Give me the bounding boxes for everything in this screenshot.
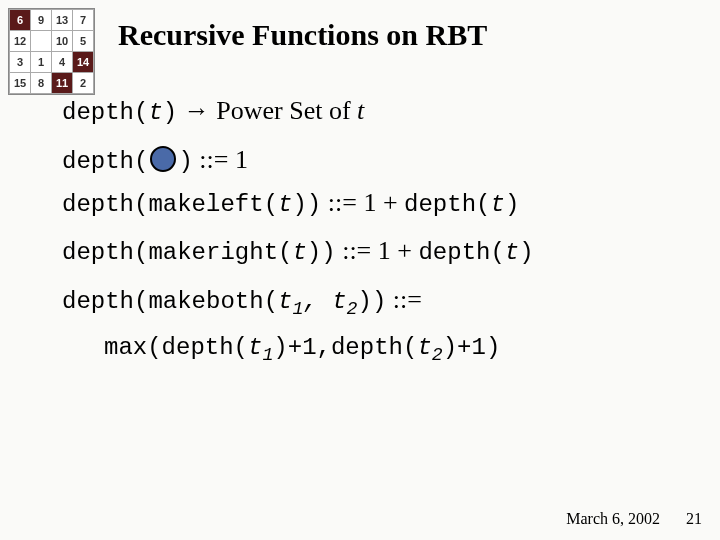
grid-cell: 6: [10, 10, 31, 31]
def-depth-signature: depth(t) → Power Set of t: [62, 92, 680, 131]
code-var: t: [490, 191, 504, 218]
code-text: ): [178, 148, 192, 175]
code-text: depth(makeboth(: [62, 288, 278, 315]
code-text: ): [505, 191, 519, 218]
code-text: depth(: [418, 239, 504, 266]
def-depth-makeboth-body: max(depth(t1)+1,depth(t2)+1): [62, 327, 680, 369]
code-var: t: [278, 191, 292, 218]
def-depth-makeleft: depth(makeleft(t)) ::= 1 + depth(t): [62, 184, 680, 223]
code-text: )): [358, 288, 387, 315]
code-text: ,: [303, 288, 332, 315]
text: ::= 1 +: [336, 236, 419, 265]
grid-cell: 5: [73, 31, 94, 52]
footer-page-number: 21: [686, 510, 702, 528]
grid-cell: 7: [73, 10, 94, 31]
def-depth-makeright: depth(makeright(t)) ::= 1 + depth(t): [62, 232, 680, 271]
grid-cell: 8: [31, 73, 52, 94]
grid-cell: 1: [31, 52, 52, 73]
grid-cell: 10: [52, 31, 73, 52]
grid-cell: 13: [52, 10, 73, 31]
code-var: t: [248, 334, 262, 361]
logo-magic-square: 6 9 13 7 12 10 5 3 1 4 14 15 8 11 2: [8, 8, 95, 95]
code-text: )+1): [443, 334, 501, 361]
subscript: 2: [432, 345, 443, 365]
code-text: )): [292, 191, 321, 218]
code-text: depth(: [62, 99, 148, 126]
grid-cell: 9: [31, 10, 52, 31]
math-var: t: [357, 96, 364, 125]
text: ::=: [386, 285, 422, 314]
text: → Power Set of: [177, 96, 357, 125]
leaf-node-icon: [150, 146, 176, 172]
code-var: t: [148, 99, 162, 126]
def-depth-leaf: depth() ::= 1: [62, 141, 680, 180]
code-text: ): [519, 239, 533, 266]
code-var: t: [292, 239, 306, 266]
code-text: )+1,depth(: [273, 334, 417, 361]
code-text: )): [307, 239, 336, 266]
text: ::= 1 +: [321, 188, 404, 217]
slide-body: depth(t) → Power Set of t depth() ::= 1 …: [62, 92, 680, 372]
subscript: 1: [292, 299, 303, 319]
code-var: t: [332, 288, 346, 315]
code-text: depth(makeleft(: [62, 191, 278, 218]
grid-cell: 15: [10, 73, 31, 94]
code-var: t: [505, 239, 519, 266]
code-var: t: [417, 334, 431, 361]
grid-cell: 2: [73, 73, 94, 94]
code-text: ): [163, 99, 177, 126]
grid-cell: 12: [10, 31, 31, 52]
subscript: 1: [262, 345, 273, 365]
footer-date: March 6, 2002: [566, 510, 660, 528]
code-text: depth(: [404, 191, 490, 218]
grid-cell: [31, 31, 52, 52]
grid-cell: 11: [52, 73, 73, 94]
code-text: depth(makeright(: [62, 239, 292, 266]
grid-cell: 4: [52, 52, 73, 73]
def-depth-makeboth: depth(makeboth(t1, t2)) ::=: [62, 281, 680, 323]
code-text: max(depth(: [104, 334, 248, 361]
slide-title: Recursive Functions on RBT: [118, 18, 487, 52]
code-var: t: [278, 288, 292, 315]
subscript: 2: [347, 299, 358, 319]
grid-cell: 14: [73, 52, 94, 73]
grid-cell: 3: [10, 52, 31, 73]
text: ::= 1: [193, 145, 248, 174]
code-text: depth(: [62, 148, 148, 175]
